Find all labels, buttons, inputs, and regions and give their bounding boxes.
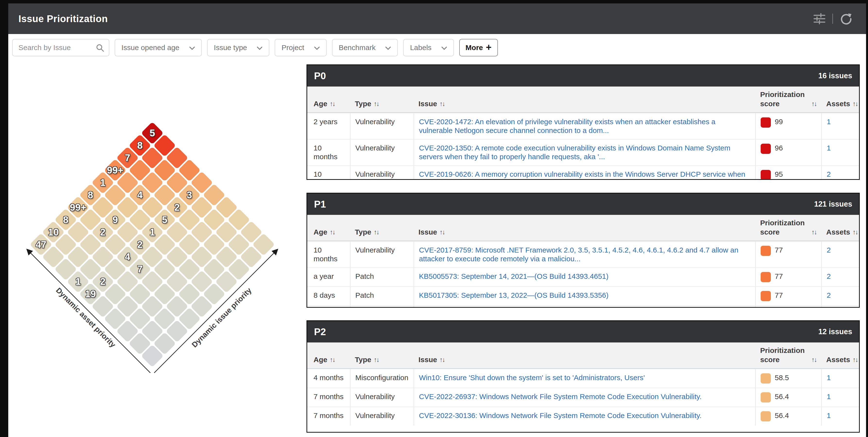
column-header-assets[interactable]: Assets↑↓	[822, 215, 860, 241]
score-color-chip	[761, 291, 771, 301]
type-cell: Vulnerability	[350, 407, 413, 426]
sort-icon[interactable]: ↑↓	[852, 355, 858, 364]
assets-link[interactable]: 1	[827, 374, 831, 382]
heatmap-cell-count: 2	[100, 227, 105, 238]
table-row: 10 monthsVulnerabilityCVE-2020-1350: A r…	[307, 139, 859, 165]
column-header-age[interactable]: Age↑↓	[307, 343, 350, 368]
heatmap-cell-count: 4	[125, 251, 130, 262]
assets-link[interactable]: 1	[827, 392, 831, 401]
sort-icon[interactable]: ↑↓	[852, 228, 858, 237]
column-header-type[interactable]: Type↑↓	[350, 343, 413, 368]
sort-icon[interactable]: ↑↓	[811, 99, 816, 108]
column-label: Issue	[418, 355, 437, 364]
column-header-assets[interactable]: Assets↑↓	[822, 87, 860, 112]
column-header-prioritization-score[interactable]: Prioritization score↑↓	[755, 343, 822, 368]
score-color-chip	[761, 144, 771, 154]
sort-icon[interactable]: ↑↓	[374, 228, 379, 237]
card-titlebar: P1121 issues	[307, 194, 859, 215]
chevron-down-icon	[314, 43, 320, 52]
sort-icon[interactable]: ↑↓	[374, 99, 379, 108]
column-header-type[interactable]: Type↑↓	[350, 87, 413, 112]
filter-dropdown-labels[interactable]: Labels	[403, 39, 454, 56]
sort-icon[interactable]: ↑↓	[440, 228, 445, 237]
issue-cell: CVE-2020-1350: A remote code execution v…	[413, 140, 755, 165]
column-header-assets[interactable]: Assets↑↓	[822, 343, 860, 368]
type-cell: Patch	[350, 268, 413, 286]
assets-link[interactable]: 2	[827, 272, 831, 280]
age-cell: 10 months	[307, 166, 350, 180]
card-titlebar: P016 issues	[307, 65, 859, 87]
issue-link[interactable]: CVE-2020-1472: An elevation of privilege…	[419, 118, 715, 135]
column-header-prioritization-score[interactable]: Prioritization score↑↓	[755, 215, 822, 241]
column-label: Type	[355, 99, 371, 108]
age-cell: 10 months	[307, 241, 350, 267]
sort-icon[interactable]: ↑↓	[330, 228, 335, 237]
table-row: 8 daysPatchKB5017305: September 13, 2022…	[307, 286, 859, 305]
column-header-age[interactable]: Age↑↓	[307, 215, 350, 241]
priority-card-p1: P1121 issuesAge↑↓Type↑↓Issue↑↓Prioritiza…	[307, 193, 860, 308]
top-bar: Issue Prioritization	[8, 3, 866, 34]
column-header-type[interactable]: Type↑↓	[350, 215, 413, 241]
issue-link[interactable]: CVE-2017-8759: Microsoft .NET Framework …	[419, 246, 738, 263]
sort-icon[interactable]: ↑↓	[440, 99, 445, 108]
issue-link[interactable]: KB5017305: September 13, 2022—(OS Build …	[419, 291, 609, 299]
heatmap-cell-count: 99+	[107, 165, 123, 176]
dropdown-label: Benchmark	[339, 43, 376, 52]
sort-icon[interactable]: ↑↓	[811, 228, 816, 237]
assets-link[interactable]: 1	[827, 118, 831, 126]
score-value: 77	[775, 272, 783, 281]
chevron-down-icon	[441, 43, 447, 52]
issue-count-badge: 121 issues	[814, 200, 852, 208]
column-label: Age	[314, 99, 328, 108]
prioritization-score-cell: 99	[755, 113, 822, 139]
column-header-issue[interactable]: Issue↑↓	[413, 343, 755, 368]
issue-link[interactable]: Win10: Ensure 'Shut down the system' is …	[419, 374, 645, 382]
column-header-age[interactable]: Age↑↓	[307, 87, 350, 112]
column-label: Assets	[826, 355, 850, 364]
score-color-chip	[761, 392, 771, 403]
table-row: 4 monthsMisconfigurationWin10: Ensure 'S…	[307, 369, 859, 388]
priority-card-p0: P016 issuesAge↑↓Type↑↓Issue↑↓Prioritizat…	[307, 64, 860, 180]
heatmap-cell-count: 7	[125, 152, 130, 163]
assets-link[interactable]: 1	[827, 144, 831, 152]
column-label: Type	[355, 355, 371, 364]
heatmap-cell-count: 7	[137, 264, 143, 275]
issue-link[interactable]: CVE-2022-30136: Windows Network File Sys…	[419, 411, 702, 419]
assets-link[interactable]: 2	[827, 291, 831, 299]
sort-icon[interactable]: ↑↓	[330, 355, 335, 364]
filter-dropdown-benchmark[interactable]: Benchmark	[332, 39, 398, 56]
issue-link[interactable]: CVE-2019-0626: A memory corruption vulne…	[419, 170, 745, 180]
prioritization-score-cell: 77	[755, 241, 822, 267]
issue-link[interactable]: KB5005573: September 14, 2021—(OS Build …	[419, 272, 609, 280]
column-header-prioritization-score[interactable]: Prioritization score↑↓	[755, 87, 822, 112]
heatmap-cell-count: 2	[175, 202, 180, 213]
sliders-icon[interactable]	[813, 13, 826, 24]
more-filters-button[interactable]: More +	[459, 39, 498, 56]
type-cell: Vulnerability	[350, 166, 413, 180]
column-header-issue[interactable]: Issue↑↓	[413, 87, 755, 112]
priority-label: P2	[314, 326, 326, 337]
assets-link[interactable]: 1	[827, 411, 831, 419]
score-value: 96	[775, 144, 783, 152]
sort-icon[interactable]: ↑↓	[852, 99, 858, 108]
more-label: More	[466, 43, 483, 52]
assets-link[interactable]: 2	[827, 170, 831, 178]
prioritization-score-cell: 96	[755, 140, 822, 165]
sort-icon[interactable]: ↑↓	[440, 355, 445, 364]
table-header-row: Age↑↓Type↑↓Issue↑↓Prioritization score↑↓…	[307, 343, 859, 369]
issue-count-badge: 16 issues	[818, 71, 852, 80]
sort-icon[interactable]: ↑↓	[811, 355, 816, 364]
sort-icon[interactable]: ↑↓	[330, 99, 335, 108]
issue-link[interactable]: CVE-2020-1350: A remote code execution v…	[419, 144, 730, 161]
issue-count-badge: 12 issues	[818, 327, 852, 336]
issue-link[interactable]: CVE-2022-26937: Windows Network File Sys…	[419, 392, 702, 401]
refresh-icon[interactable]	[840, 12, 852, 25]
age-cell: 10 months	[307, 140, 350, 165]
priority-label: P1	[314, 199, 326, 210]
issue-cell: CVE-2020-1472: An elevation of privilege…	[413, 113, 755, 139]
heatmap-cell-count: 3	[187, 190, 192, 201]
heatmap-grid: 5837299+451189299+247810247119	[30, 122, 275, 367]
assets-link[interactable]: 2	[827, 246, 831, 254]
column-header-issue[interactable]: Issue↑↓	[413, 215, 755, 241]
sort-icon[interactable]: ↑↓	[374, 355, 379, 364]
